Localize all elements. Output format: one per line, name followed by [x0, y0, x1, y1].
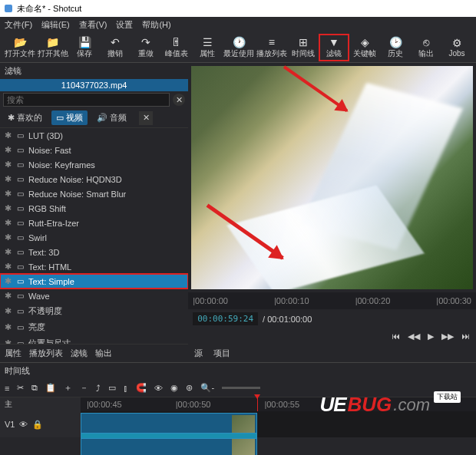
star-icon[interactable]: ✱ — [5, 338, 12, 344]
play-icon[interactable]: ▶ — [428, 331, 434, 341]
tl-paste-icon[interactable]: 📋 — [45, 383, 56, 393]
star-icon[interactable]: ✱ — [5, 322, 12, 332]
tl-split-icon[interactable]: ⫿ — [124, 384, 128, 393]
save-button[interactable]: 💾保存 — [70, 35, 99, 61]
star-icon[interactable]: ✱ — [5, 145, 12, 155]
timeline-button[interactable]: ⊞时间线 — [289, 35, 318, 61]
tab-project[interactable]: 项目 — [213, 348, 230, 359]
menu-settings[interactable]: 设置 — [116, 19, 133, 31]
tl-add-icon[interactable]: ＋ — [64, 382, 72, 394]
filter-item[interactable]: ✱▭不透明度 — [0, 303, 188, 319]
jobs-button-icon: ⚙ — [452, 37, 462, 49]
filter-item[interactable]: ✱▭Reduce Noise: Smart Blur — [0, 186, 188, 201]
tl-cut-icon[interactable]: ✂ — [17, 383, 24, 393]
star-icon[interactable]: ✱ — [5, 232, 12, 242]
tl-snap-icon[interactable]: 🧲 — [136, 383, 147, 393]
star-icon[interactable]: ✱ — [5, 218, 12, 228]
export-button[interactable]: ⎋输出 — [412, 35, 441, 61]
playlist-button[interactable]: ≡播放列表 — [256, 35, 288, 61]
filter-item[interactable]: ✱▭Reduce Noise: HQDN3D — [0, 172, 188, 186]
filter-item[interactable]: ✱▭Rutt-Etra-Izer — [0, 216, 188, 230]
menu-view[interactable]: 查看(V) — [79, 19, 107, 31]
recent-button[interactable]: 🕐最近使用 — [223, 35, 255, 61]
filter-item[interactable]: ✱▭LUT (3D) — [0, 128, 188, 143]
tl-menu-icon[interactable]: ≡ — [5, 384, 9, 393]
timecode[interactable]: 00:00:59:24 — [193, 312, 258, 325]
preview-ruler[interactable]: |00:00:00 |00:00:10 |00:00:20 |00:00:30 — [188, 292, 476, 309]
filter-item[interactable]: ✱▭Noise: Fast — [0, 143, 188, 157]
star-icon[interactable]: ✱ — [5, 189, 12, 199]
filter-item[interactable]: ✱▭Text: 3D — [0, 245, 188, 259]
tl-rippleall-icon[interactable]: ⊛ — [186, 383, 193, 393]
filter-item[interactable]: ✱▭Noise: Keyframes — [0, 157, 188, 172]
properties-button[interactable]: ☰属性 — [193, 35, 222, 61]
tl-zoomout-icon[interactable]: 🔍- — [200, 383, 214, 393]
tab-favorites[interactable]: ✱喜欢的 — [3, 110, 47, 125]
filter-item[interactable]: ✱▭RGB Shift — [0, 201, 188, 216]
star-icon[interactable]: ✱ — [5, 291, 12, 301]
tab-video[interactable]: ▭视频 — [51, 110, 88, 125]
search-input[interactable] — [3, 93, 170, 107]
playhead[interactable] — [257, 397, 258, 411]
audio-clip[interactable] — [81, 433, 257, 439]
filter-list[interactable]: ✱▭LUT (3D)✱▭Noise: Fast✱▭Noise: Keyframe… — [0, 128, 188, 344]
star-icon[interactable]: ✱ — [5, 203, 12, 213]
filter-button[interactable]: ▼滤镜 — [319, 35, 349, 61]
star-icon[interactable]: ✱ — [5, 160, 12, 170]
tab-playlist[interactable]: 播放列表 — [29, 348, 63, 359]
menu-help[interactable]: 帮助(H) — [142, 19, 170, 31]
video-icon: ▭ — [17, 262, 24, 271]
tab-export[interactable]: 输出 — [95, 348, 112, 359]
track-v1-header[interactable]: V1 👁 🔒 — [0, 411, 81, 437]
star-icon[interactable]: ✱ — [5, 276, 12, 286]
filter-item[interactable]: ✱▭Text: Simple — [0, 274, 188, 288]
undo-button-icon: ↶ — [111, 36, 120, 48]
open-other-button[interactable]: 📁打开其他 — [38, 35, 69, 61]
next-frame-icon[interactable]: ▶▶ — [441, 331, 454, 341]
tl-lift-icon[interactable]: ⤴ — [96, 384, 101, 393]
tab-properties[interactable]: 属性 — [5, 348, 21, 359]
redo-button[interactable]: ↷重做 — [131, 35, 160, 61]
filter-item[interactable]: ✱▭Wave — [0, 288, 188, 303]
menu-file[interactable]: 文件(F) — [5, 19, 32, 31]
tl-ruler-tick: |00:00:45 — [87, 400, 122, 409]
history-button-icon: 🕑 — [389, 36, 402, 48]
video-icon: ▭ — [17, 307, 24, 315]
preview-panel: |00:00:00 |00:00:10 |00:00:20 |00:00:30 … — [188, 63, 476, 362]
star-icon[interactable]: ✱ — [5, 306, 12, 316]
star-icon[interactable]: ✱ — [5, 247, 12, 257]
skip-end-icon[interactable]: ⏭ — [461, 331, 470, 341]
lock-icon[interactable]: 🔒 — [32, 420, 43, 430]
tab-source[interactable]: 源 — [194, 348, 203, 359]
window-title: 未命名* - Shotcut — [17, 3, 81, 15]
tl-zoom-slider[interactable] — [222, 387, 260, 389]
track-master-label[interactable]: 主 — [0, 397, 81, 411]
tl-copy-icon[interactable]: ⧉ — [31, 383, 38, 393]
tl-remove-icon[interactable]: － — [80, 382, 88, 394]
clear-search-icon[interactable]: ✕ — [173, 94, 185, 106]
filter-item[interactable]: ✱▭位置与尺寸 — [0, 335, 188, 344]
star-icon[interactable]: ✱ — [5, 174, 12, 184]
undo-button[interactable]: ↶撤销 — [101, 35, 130, 61]
open-file-button[interactable]: 📂打开文件 — [5, 35, 36, 61]
filter-item[interactable]: ✱▭Swirl — [0, 230, 188, 245]
close-tabs-icon[interactable]: ✕ — [139, 111, 153, 125]
skip-start-icon[interactable]: ⏮ — [392, 331, 400, 341]
tl-scrub-icon[interactable]: 👁 — [154, 384, 163, 393]
star-icon[interactable]: ✱ — [5, 262, 12, 272]
prev-frame-icon[interactable]: ◀◀ — [408, 331, 420, 341]
tab-audio[interactable]: 🔊音频 — [92, 110, 131, 125]
peak-button[interactable]: 🎚峰值表 — [162, 35, 191, 61]
history-button[interactable]: 🕑历史 — [381, 35, 410, 61]
current-file[interactable]: 1104377023.mp4 — [0, 79, 188, 91]
jobs-button[interactable]: ⚙Jobs — [442, 35, 471, 59]
tab-filters[interactable]: 滤镜 — [71, 348, 88, 359]
star-icon[interactable]: ✱ — [5, 130, 12, 140]
tl-overwrite-icon[interactable]: ▭ — [108, 383, 116, 393]
keyframe-button[interactable]: ◈关键帧 — [350, 35, 379, 61]
filter-item[interactable]: ✱▭Text: HTML — [0, 259, 188, 274]
eye-icon[interactable]: 👁 — [19, 420, 28, 429]
menu-edit[interactable]: 编辑(E) — [41, 19, 70, 31]
filter-item[interactable]: ✱▭亮度 — [0, 319, 188, 335]
tl-ripple-icon[interactable]: ◉ — [170, 383, 178, 393]
